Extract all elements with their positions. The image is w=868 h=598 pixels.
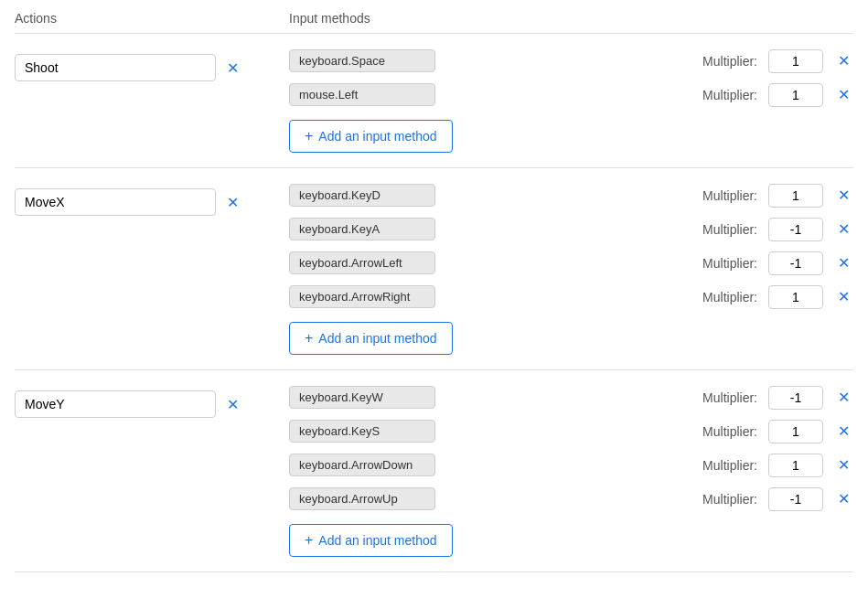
- remove-input-method-button[interactable]: ✕: [834, 48, 853, 73]
- x-icon: ✕: [838, 86, 850, 103]
- action-row-movey: ✕keyboard.KeyWMultiplier:✕keyboard.KeySM…: [15, 385, 853, 557]
- action-blocks-container: ✕keyboard.SpaceMultiplier:✕mouse.LeftMul…: [15, 34, 853, 572]
- x-icon: ✕: [838, 389, 850, 406]
- input-method-row: keyboard.KeySMultiplier:✕: [289, 419, 853, 443]
- multiplier-label: Multiplier:: [702, 390, 757, 405]
- x-icon: ✕: [227, 194, 239, 211]
- multiplier-input[interactable]: [768, 83, 823, 107]
- input-methods-area-shoot: keyboard.SpaceMultiplier:✕mouse.LeftMult…: [289, 48, 853, 153]
- x-icon: ✕: [838, 220, 850, 238]
- input-method-tag: keyboard.ArrowLeft: [289, 251, 435, 274]
- multiplier-label: Multiplier:: [702, 88, 757, 102]
- input-method-row: keyboard.ArrowDownMultiplier:✕: [289, 453, 853, 477]
- remove-input-method-button[interactable]: ✕: [834, 251, 853, 275]
- input-method-tag: keyboard.ArrowUp: [289, 487, 435, 510]
- action-name-area-movex: ✕: [15, 183, 289, 216]
- x-icon: ✕: [838, 490, 850, 507]
- input-method-tag: mouse.Left: [289, 83, 435, 106]
- multiplier-label: Multiplier:: [702, 290, 757, 304]
- plus-icon: +: [305, 532, 313, 549]
- x-icon: ✕: [227, 396, 239, 413]
- column-headers: Actions Input methods: [15, 11, 853, 34]
- action-name-input-movex[interactable]: [15, 188, 216, 216]
- multiplier-input[interactable]: [768, 454, 823, 477]
- input-method-tag: keyboard.KeyA: [289, 218, 435, 240]
- input-method-row: mouse.LeftMultiplier:✕: [289, 82, 853, 107]
- multiplier-input[interactable]: [768, 420, 823, 443]
- multiplier-label: Multiplier:: [702, 492, 757, 507]
- delete-action-shoot[interactable]: ✕: [223, 56, 242, 80]
- add-input-method-button[interactable]: +Add an input method: [289, 322, 453, 355]
- add-input-label: Add an input method: [318, 331, 436, 346]
- input-method-row: keyboard.ArrowUpMultiplier:✕: [289, 486, 853, 511]
- action-row-movex: ✕keyboard.KeyDMultiplier:✕keyboard.KeyAM…: [15, 183, 853, 355]
- action-name-area-movey: ✕: [15, 385, 289, 418]
- input-method-tag: keyboard.KeyW: [289, 386, 435, 409]
- x-icon: ✕: [838, 456, 850, 474]
- delete-action-movex[interactable]: ✕: [223, 190, 242, 215]
- action-name-input-movey[interactable]: [15, 390, 216, 418]
- multiplier-label: Multiplier:: [702, 424, 757, 439]
- remove-input-method-button[interactable]: ✕: [834, 284, 853, 309]
- multiplier-input[interactable]: [768, 285, 823, 309]
- multiplier-label: Multiplier:: [702, 54, 757, 69]
- multiplier-input[interactable]: [768, 184, 823, 208]
- action-row-shoot: ✕keyboard.SpaceMultiplier:✕mouse.LeftMul…: [15, 48, 853, 153]
- input-method-row: keyboard.ArrowRightMultiplier:✕: [289, 284, 853, 309]
- remove-input-method-button[interactable]: ✕: [834, 385, 853, 410]
- actions-header: Actions: [15, 11, 289, 26]
- multiplier-label: Multiplier:: [702, 458, 757, 473]
- add-input-method-button[interactable]: +Add an input method: [289, 120, 453, 153]
- add-input-label: Add an input method: [318, 533, 436, 548]
- add-input-method-button[interactable]: +Add an input method: [289, 524, 453, 557]
- input-method-tag: keyboard.KeyD: [289, 184, 435, 207]
- multiplier-label: Multiplier:: [702, 256, 757, 271]
- plus-icon: +: [305, 128, 313, 144]
- remove-input-method-button[interactable]: ✕: [834, 183, 853, 208]
- input-method-tag: keyboard.ArrowRight: [289, 285, 435, 308]
- multiplier-input[interactable]: [768, 49, 823, 73]
- x-icon: ✕: [227, 59, 239, 77]
- x-icon: ✕: [838, 288, 850, 305]
- input-method-row: keyboard.KeyAMultiplier:✕: [289, 217, 853, 241]
- main-container: Actions Input methods ✕keyboard.SpaceMul…: [0, 0, 868, 583]
- remove-input-method-button[interactable]: ✕: [834, 217, 853, 241]
- input-method-tag: keyboard.KeyS: [289, 420, 435, 443]
- delete-action-movey[interactable]: ✕: [223, 392, 242, 417]
- action-block-movex: ✕keyboard.KeyDMultiplier:✕keyboard.KeyAM…: [15, 168, 853, 370]
- input-method-row: keyboard.SpaceMultiplier:✕: [289, 48, 853, 73]
- remove-input-method-button[interactable]: ✕: [834, 486, 853, 511]
- x-icon: ✕: [838, 187, 850, 204]
- plus-icon: +: [305, 330, 313, 347]
- multiplier-label: Multiplier:: [702, 188, 757, 203]
- multiplier-label: Multiplier:: [702, 222, 757, 237]
- input-method-row: keyboard.KeyWMultiplier:✕: [289, 385, 853, 410]
- input-method-tag: keyboard.Space: [289, 49, 435, 72]
- action-block-movey: ✕keyboard.KeyWMultiplier:✕keyboard.KeySM…: [15, 370, 853, 572]
- multiplier-input[interactable]: [768, 251, 823, 275]
- multiplier-input[interactable]: [768, 386, 823, 410]
- x-icon: ✕: [838, 254, 850, 272]
- input-methods-area-movex: keyboard.KeyDMultiplier:✕keyboard.KeyAMu…: [289, 183, 853, 355]
- add-input-label: Add an input method: [318, 129, 436, 144]
- action-block-shoot: ✕keyboard.SpaceMultiplier:✕mouse.LeftMul…: [15, 34, 853, 168]
- remove-input-method-button[interactable]: ✕: [834, 453, 853, 477]
- x-icon: ✕: [838, 52, 850, 69]
- remove-input-method-button[interactable]: ✕: [834, 419, 853, 443]
- multiplier-input[interactable]: [768, 218, 823, 241]
- input-method-row: keyboard.KeyDMultiplier:✕: [289, 183, 853, 208]
- input-method-row: keyboard.ArrowLeftMultiplier:✕: [289, 251, 853, 275]
- x-icon: ✕: [838, 422, 850, 440]
- multiplier-input[interactable]: [768, 487, 823, 511]
- input-methods-area-movey: keyboard.KeyWMultiplier:✕keyboard.KeySMu…: [289, 385, 853, 557]
- action-name-area-shoot: ✕: [15, 48, 289, 81]
- input-method-tag: keyboard.ArrowDown: [289, 454, 435, 476]
- remove-input-method-button[interactable]: ✕: [834, 82, 853, 107]
- action-name-input-shoot[interactable]: [15, 54, 216, 81]
- input-methods-header: Input methods: [289, 11, 853, 26]
